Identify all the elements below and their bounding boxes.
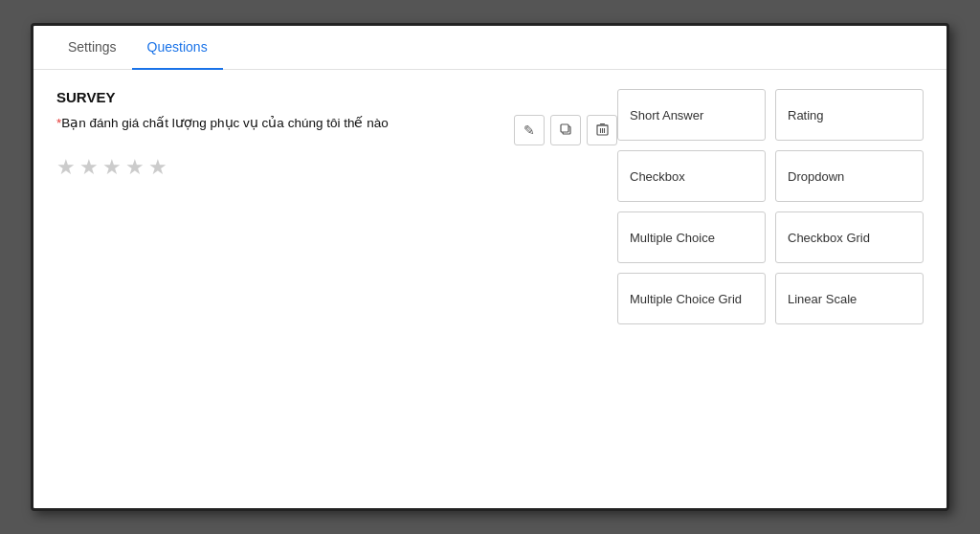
left-panel: SURVEY *Bạn đánh giá chất lượng phục vụ … (56, 89, 617, 324)
copy-icon (559, 122, 572, 139)
edit-icon: ✎ (523, 122, 535, 138)
tab-settings[interactable]: Settings (53, 26, 132, 70)
svg-rect-1 (561, 124, 568, 132)
option-linear-scale[interactable]: Linear Scale (775, 273, 924, 324)
action-icons: ✎ (514, 115, 617, 145)
option-multiple-choice-grid[interactable]: Multiple Choice Grid (617, 273, 766, 324)
star-2[interactable]: ★ (79, 155, 99, 180)
option-rating[interactable]: Rating (775, 89, 924, 141)
content-area: SURVEY *Bạn đánh giá chất lượng phục vụ … (33, 70, 947, 344)
option-short-answer[interactable]: Short Answer (617, 89, 766, 141)
star-4[interactable]: ★ (125, 155, 145, 180)
question-text: *Bạn đánh giá chất lượng phục vụ của chú… (56, 115, 502, 130)
delete-button[interactable] (587, 115, 617, 145)
option-checkbox[interactable]: Checkbox (617, 150, 766, 202)
rating-stars: ★ ★ ★ ★ ★ (56, 155, 617, 180)
tab-bar: Settings Questions (33, 26, 947, 70)
delete-icon (596, 122, 609, 139)
star-3[interactable]: ★ (102, 155, 122, 180)
star-1[interactable]: ★ (56, 155, 76, 180)
main-window: Settings Questions SURVEY *Bạn đánh giá … (31, 23, 949, 511)
answer-type-panel: Short Answer Rating Checkbox Dropdown Mu… (617, 89, 924, 324)
tab-questions[interactable]: Questions (132, 26, 223, 70)
star-5[interactable]: ★ (148, 155, 167, 180)
question-row: *Bạn đánh giá chất lượng phục vụ của chú… (56, 115, 617, 145)
option-dropdown[interactable]: Dropdown (775, 150, 924, 202)
edit-button[interactable]: ✎ (514, 115, 545, 145)
option-checkbox-grid[interactable]: Checkbox Grid (775, 211, 924, 263)
copy-button[interactable] (550, 115, 581, 145)
option-multiple-choice[interactable]: Multiple Choice (617, 211, 766, 263)
question-body: Bạn đánh giá chất lượng phục vụ của chún… (61, 116, 388, 130)
survey-section-title: SURVEY (56, 89, 617, 105)
